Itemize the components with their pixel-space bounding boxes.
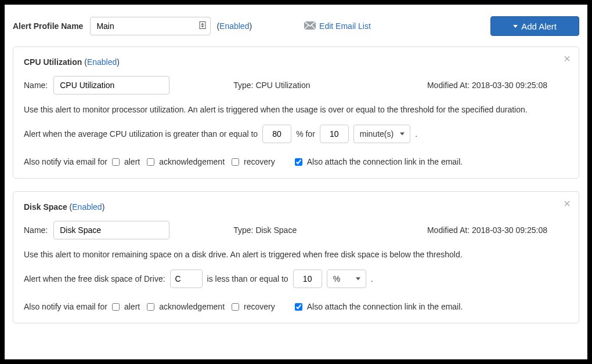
modified-label: Modified At: bbox=[427, 225, 470, 235]
alert-description: Use this alert to monitor processor util… bbox=[24, 105, 568, 114]
threshold-unit-value: % bbox=[333, 274, 340, 283]
panel-title: CPU Utilization bbox=[24, 57, 82, 67]
chevron-down-icon bbox=[356, 278, 360, 281]
panel-header: Disk Space (Enabled) bbox=[24, 202, 568, 212]
alert-name-input[interactable] bbox=[53, 76, 169, 94]
threshold-input[interactable] bbox=[293, 270, 322, 288]
config-row: Alert when the free disk space of Drive:… bbox=[24, 270, 568, 288]
meta-row: Name: Type: CPU Utilization Modified At:… bbox=[24, 76, 568, 94]
modified-label: Modified At: bbox=[427, 81, 470, 90]
notify-recovery-checkbox[interactable] bbox=[232, 303, 239, 311]
duration-unit-value: minute(s) bbox=[360, 129, 394, 139]
attach-group: Also attach the connection link in the e… bbox=[294, 157, 463, 166]
panel-title: Disk Space bbox=[24, 202, 67, 212]
profile-name-input[interactable] bbox=[90, 17, 211, 35]
type-value: CPU Utilization bbox=[255, 81, 310, 90]
attach-link-label: Also attach the connection link in the e… bbox=[307, 157, 463, 166]
notify-ack-label: acknowledgement bbox=[159, 302, 225, 311]
type-label: Type: bbox=[233, 225, 253, 235]
config-prefix: Alert when the average CPU utilization i… bbox=[24, 129, 258, 139]
svg-marker-2 bbox=[201, 23, 204, 25]
name-label: Name: bbox=[24, 225, 48, 235]
notify-ack-label: acknowledgement bbox=[159, 157, 225, 166]
panel-header: CPU Utilization (Enabled) bbox=[24, 57, 568, 67]
attach-link-checkbox[interactable] bbox=[295, 158, 302, 166]
notify-alert-label: alert bbox=[124, 157, 140, 166]
notify-ack-checkbox[interactable] bbox=[147, 303, 154, 311]
notify-prefix: Also notify via email for bbox=[24, 302, 107, 311]
edit-email-link[interactable]: Edit Email List bbox=[304, 21, 371, 31]
profile-input-wrap bbox=[90, 17, 211, 35]
svg-rect-0 bbox=[200, 22, 205, 29]
add-alert-button[interactable]: Add Alert bbox=[490, 16, 579, 36]
threshold-input[interactable] bbox=[262, 125, 291, 143]
type-value: Disk Space bbox=[255, 225, 297, 235]
config-mid: is less than or equal to bbox=[207, 274, 288, 283]
notify-row: Also notify via email for alert acknowle… bbox=[24, 302, 568, 311]
input-picker-icon[interactable] bbox=[199, 21, 206, 31]
profile-name-label: Alert Profile Name bbox=[13, 21, 83, 31]
notify-recovery-checkbox[interactable] bbox=[232, 158, 239, 166]
mail-icon bbox=[304, 21, 316, 31]
meta-row: Name: Type: Disk Space Modified At: 2018… bbox=[24, 221, 568, 239]
name-label: Name: bbox=[24, 81, 48, 90]
alert-enabled-link[interactable]: Enabled bbox=[87, 57, 117, 67]
type-col: Type: Disk Space bbox=[233, 225, 297, 235]
notify-ack-checkbox[interactable] bbox=[147, 158, 154, 166]
modified-col: Modified At: 2018-03-30 09:25:08 bbox=[427, 81, 547, 90]
attach-link-label: Also attach the connection link in the e… bbox=[307, 302, 463, 311]
notify-alert-label: alert bbox=[124, 302, 140, 311]
notify-recovery-label: recovery bbox=[244, 302, 275, 311]
alert-name-input[interactable] bbox=[53, 221, 169, 239]
modified-value: 2018-03-30 09:25:08 bbox=[472, 225, 547, 235]
close-icon[interactable]: × bbox=[564, 198, 571, 209]
duration-unit-select[interactable]: minute(s) bbox=[353, 125, 410, 143]
svg-marker-1 bbox=[201, 26, 204, 27]
pct-for-text: % for bbox=[296, 129, 315, 139]
edit-email-label: Edit Email List bbox=[319, 21, 371, 31]
attach-group: Also attach the connection link in the e… bbox=[294, 302, 463, 311]
notify-alert-checkbox[interactable] bbox=[112, 303, 120, 311]
add-alert-label: Add Alert bbox=[521, 21, 557, 31]
alert-enabled-link[interactable]: Enabled bbox=[72, 202, 102, 212]
notify-prefix: Also notify via email for bbox=[24, 157, 107, 166]
notify-row: Also notify via email for alert acknowle… bbox=[24, 157, 568, 166]
sentence-period: . bbox=[415, 129, 417, 139]
notify-alert-checkbox[interactable] bbox=[112, 158, 120, 166]
config-row: Alert when the average CPU utilization i… bbox=[24, 125, 568, 143]
type-label: Type: bbox=[233, 81, 253, 90]
modified-col: Modified At: 2018-03-30 09:25:08 bbox=[427, 225, 547, 235]
notify-recovery-label: recovery bbox=[244, 157, 275, 166]
type-col: Type: CPU Utilization bbox=[233, 81, 310, 90]
app-frame: Alert Profile Name (Enabled) Edit Email … bbox=[5, 5, 587, 359]
paren-close: ) bbox=[249, 21, 252, 31]
config-prefix: Alert when the free disk space of Drive: bbox=[24, 274, 165, 283]
profile-enabled-link[interactable]: Enabled bbox=[219, 21, 249, 31]
profile-enabled-wrap: (Enabled) bbox=[216, 21, 252, 31]
alert-panel-disk: × Disk Space (Enabled) Name: Type: Disk … bbox=[13, 191, 579, 323]
threshold-unit-select[interactable]: % bbox=[327, 270, 366, 288]
duration-input[interactable] bbox=[320, 125, 349, 143]
modified-value: 2018-03-30 09:25:08 bbox=[472, 81, 547, 90]
sentence-period: . bbox=[371, 274, 373, 283]
alert-panel-cpu: × CPU Utilization (Enabled) Name: Type: … bbox=[13, 46, 579, 179]
caret-down-icon bbox=[513, 25, 518, 28]
top-bar: Alert Profile Name (Enabled) Edit Email … bbox=[13, 16, 579, 36]
chevron-down-icon bbox=[400, 133, 405, 136]
drive-input[interactable] bbox=[170, 270, 203, 288]
attach-link-checkbox[interactable] bbox=[295, 303, 302, 311]
close-icon[interactable]: × bbox=[564, 53, 571, 64]
alert-description: Use this alert to monitor remaining spac… bbox=[24, 250, 568, 259]
